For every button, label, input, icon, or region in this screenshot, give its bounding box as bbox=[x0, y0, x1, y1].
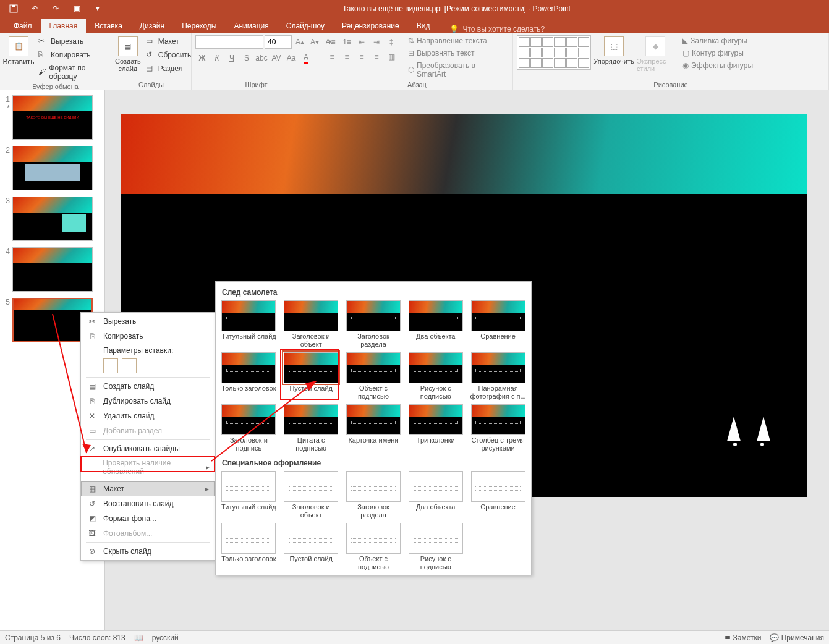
slide-thumb-2[interactable]: 2 bbox=[2, 146, 102, 190]
tab-review[interactable]: Рецензирование bbox=[333, 19, 408, 33]
cm-delete[interactable]: ✕Удалить слайд bbox=[81, 409, 215, 423]
layout-option[interactable]: Титульный слайд bbox=[219, 471, 278, 519]
strike-icon[interactable]: abc bbox=[255, 51, 268, 65]
align-left-icon[interactable]: ≡ bbox=[325, 50, 339, 64]
paste-keep-format-icon[interactable] bbox=[103, 358, 118, 373]
reset-button[interactable]: ↺Сбросить bbox=[143, 49, 193, 61]
tell-me-input[interactable]: 💡 Что вы хотите сделать? bbox=[438, 25, 545, 33]
layout-option[interactable]: Пустой слайд bbox=[282, 523, 341, 571]
cm-layout[interactable]: ▦Макет▸ bbox=[81, 481, 215, 496]
cm-duplicate[interactable]: ⎘Дублировать слайд bbox=[81, 394, 215, 409]
layout-option[interactable]: Только заголовок bbox=[219, 523, 278, 571]
cm-new-slide[interactable]: ▤Создать слайд bbox=[81, 379, 215, 394]
slide-thumb-1[interactable]: 1*ТАКОГО ВЫ ЕЩЕ НЕ ВИДЕЛИ bbox=[2, 95, 102, 140]
status-notes[interactable]: ≣ Заметки bbox=[725, 633, 761, 642]
slide-thumb-4[interactable]: 4 bbox=[2, 247, 102, 292]
layout-option[interactable]: Заголовок раздела bbox=[344, 471, 403, 519]
customize-qat-icon[interactable]: ▼ bbox=[89, 1, 106, 16]
layout-option-label: Сравнение bbox=[480, 333, 516, 349]
bullets-icon[interactable]: •≡ bbox=[325, 35, 339, 49]
font-color-icon[interactable]: A bbox=[299, 51, 313, 65]
format-painter-button[interactable]: 🖌Формат по образцу bbox=[36, 62, 107, 82]
undo-icon[interactable]: ↶ bbox=[26, 1, 43, 16]
align-center-icon[interactable]: ≡ bbox=[340, 50, 354, 64]
shape-effects-button[interactable]: ◉Эффекты фигуры bbox=[680, 60, 755, 71]
redo-icon[interactable]: ↷ bbox=[47, 1, 64, 16]
shape-outline-button[interactable]: ▢Контур фигуры bbox=[680, 48, 755, 59]
section-button[interactable]: ▤Раздел bbox=[143, 62, 193, 75]
cm-restore[interactable]: ↺Восстановить слайд bbox=[81, 496, 215, 511]
slide-thumb-3[interactable]: 3 bbox=[2, 197, 102, 241]
numbering-icon[interactable]: 1≡ bbox=[340, 35, 354, 49]
cm-cut[interactable]: ✂Вырезать bbox=[81, 314, 215, 329]
layout-option[interactable]: Панорамная фотография с п... bbox=[469, 352, 527, 400]
layout-option[interactable]: Заголовок и объект bbox=[282, 471, 341, 519]
tab-transitions[interactable]: Переходы bbox=[173, 19, 225, 33]
layout-option[interactable]: Объект с подписью bbox=[344, 352, 403, 400]
tab-slideshow[interactable]: Слайд-шоу bbox=[278, 19, 333, 33]
italic-icon[interactable]: К bbox=[210, 51, 224, 65]
layout-option[interactable]: Рисунок с подписью bbox=[406, 352, 465, 400]
cut-button[interactable]: ✂Вырезать bbox=[36, 35, 107, 48]
layout-option[interactable]: Сравнение bbox=[469, 300, 527, 349]
layout-option[interactable]: Рисунок с подписью bbox=[406, 523, 465, 571]
columns-icon[interactable]: ▥ bbox=[385, 50, 398, 64]
layout-button[interactable]: ▭Макет bbox=[143, 35, 193, 48]
layout-option[interactable]: Три колонки bbox=[406, 404, 465, 452]
layout-option[interactable]: Два объекта bbox=[406, 471, 465, 519]
increase-indent-icon[interactable]: ⇥ bbox=[370, 35, 383, 49]
shadow-icon[interactable]: S bbox=[240, 51, 253, 65]
arrange-button[interactable]: ⬚ Упорядочить bbox=[593, 35, 634, 65]
layout-option[interactable]: Титульный слайд bbox=[219, 300, 278, 349]
align-right-icon[interactable]: ≡ bbox=[355, 50, 368, 64]
tab-insert[interactable]: Вставка bbox=[86, 19, 131, 33]
underline-icon[interactable]: Ч bbox=[225, 51, 239, 65]
status-comments[interactable]: 💬 Примечания bbox=[770, 633, 824, 642]
align-text-button[interactable]: ⊟Выровнять текст bbox=[406, 48, 509, 59]
shapes-gallery[interactable] bbox=[517, 35, 591, 70]
text-direction-button[interactable]: ⇅Направление текста bbox=[406, 35, 509, 46]
cm-format-bg[interactable]: ◩Формат фона... bbox=[81, 511, 215, 526]
tab-file[interactable]: Файл bbox=[5, 19, 41, 33]
save-icon[interactable] bbox=[5, 1, 22, 16]
tab-view[interactable]: Вид bbox=[408, 19, 439, 33]
char-spacing-icon[interactable]: AV bbox=[270, 51, 283, 65]
line-spacing-icon[interactable]: ‡ bbox=[385, 35, 398, 49]
copy-button[interactable]: ⎘Копировать bbox=[36, 49, 107, 61]
smartart-button[interactable]: ⬡Преобразовать в SmartArt bbox=[406, 60, 509, 80]
font-name-input[interactable] bbox=[195, 35, 263, 49]
layout-option[interactable]: Заголовок и подпись bbox=[219, 404, 278, 452]
layout-option[interactable]: Карточка имени bbox=[344, 404, 403, 452]
bold-icon[interactable]: Ж bbox=[195, 51, 209, 65]
layout-option[interactable]: Два объекта bbox=[406, 300, 465, 349]
status-lang-icon[interactable]: 📖 bbox=[134, 633, 143, 642]
layout-option[interactable]: Цитата с подписью bbox=[282, 404, 341, 452]
layout-option[interactable]: Столбец с тремя рисунками bbox=[469, 404, 527, 452]
tab-home[interactable]: Главная bbox=[41, 19, 87, 33]
layout-option[interactable]: Заголовок раздела bbox=[344, 300, 403, 349]
tab-design[interactable]: Дизайн bbox=[131, 19, 173, 33]
decrease-font-icon[interactable]: A▾ bbox=[308, 35, 321, 49]
paste-picture-icon[interactable] bbox=[122, 358, 137, 373]
start-from-beginning-icon[interactable]: ▣ bbox=[68, 1, 85, 16]
change-case-icon[interactable]: Aa bbox=[284, 51, 298, 65]
decrease-indent-icon[interactable]: ⇤ bbox=[355, 35, 368, 49]
minimize-icon[interactable] bbox=[802, 1, 827, 16]
layout-option[interactable]: Сравнение bbox=[469, 471, 527, 519]
layout-option[interactable]: Объект с подписью bbox=[344, 523, 403, 571]
font-size-input[interactable] bbox=[265, 35, 292, 49]
tab-animation[interactable]: Анимация bbox=[225, 19, 277, 33]
increase-font-icon[interactable]: A▴ bbox=[293, 35, 307, 49]
shape-fill-button[interactable]: ◣Заливка фигуры bbox=[680, 35, 755, 46]
cm-publish[interactable]: ↗Опубликовать слайды bbox=[81, 441, 215, 456]
justify-icon[interactable]: ≡ bbox=[370, 50, 383, 64]
window-controls bbox=[802, 1, 829, 16]
paste-button[interactable]: 📋 Вставить bbox=[4, 35, 33, 66]
new-slide-button[interactable]: ▤ Создать слайд bbox=[115, 35, 141, 72]
layout-option[interactable]: Заголовок и объект bbox=[282, 300, 341, 349]
layout-option[interactable]: Пустой слайд bbox=[282, 352, 341, 400]
layout-option[interactable]: Только заголовок bbox=[219, 352, 278, 400]
quick-styles-button[interactable]: ◆ Экспресс-стили bbox=[637, 35, 674, 72]
cm-copy[interactable]: ⎘Копировать bbox=[81, 329, 215, 344]
cm-hide[interactable]: ⊘Скрыть слайд bbox=[81, 544, 215, 559]
